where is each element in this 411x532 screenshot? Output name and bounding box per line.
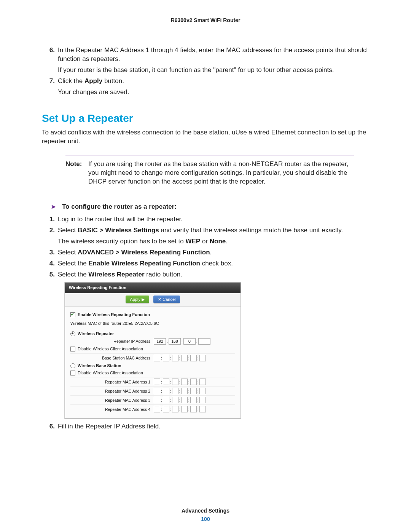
text-post: .	[210, 249, 212, 256]
mac-field[interactable]	[190, 397, 197, 403]
footer-chapter: Advanced Settings	[0, 508, 411, 514]
colon-icon: :	[179, 388, 180, 394]
step-text: Select the Enable Wireless Repeating Fun…	[58, 259, 369, 268]
prior-step-7: 7. Click the Apply button.	[42, 77, 369, 86]
enable-repeating-label: Enable Wireless Repeating Function	[78, 312, 150, 318]
enable-repeating-checkbox[interactable]	[70, 312, 75, 317]
step-number: 7.	[42, 77, 58, 86]
colon-icon: :	[188, 407, 190, 412]
colon-icon: :	[188, 355, 190, 361]
wireless-base-label: Wireless Base Station	[78, 363, 121, 369]
wep-word: WEP	[185, 238, 200, 245]
ip-octet-4[interactable]	[198, 338, 210, 345]
wireless-repeater-label: Wireless Repeater	[78, 331, 114, 337]
colon-icon: :	[179, 407, 180, 412]
prior-step-6-sub: If your router is the base station, it c…	[58, 66, 369, 75]
procedure-heading-text: To configure the router as a repeater:	[62, 203, 177, 211]
colon-icon: :	[179, 379, 180, 385]
prior-step-6: 6. In the Repeater MAC Address 1 through…	[42, 46, 369, 64]
dot-icon: .	[196, 339, 198, 344]
wireless-base-radio[interactable]	[70, 363, 75, 368]
wireless-repeater-row: Wireless Repeater	[70, 331, 235, 337]
disable-client-assoc-label-2: Disable Wireless Client Association	[78, 370, 143, 376]
mac-field[interactable]	[181, 397, 188, 403]
disable-client-assoc-label: Disable Wireless Client Association	[78, 346, 143, 352]
step-5: 5. Select the Wireless Repeater radio bu…	[42, 270, 369, 279]
ip-octet-2[interactable]: 168	[169, 338, 181, 345]
panel-body: Enable Wireless Repeating Function Wirel…	[65, 307, 241, 418]
section-title: Set Up a Repeater	[42, 111, 369, 126]
panel-titlebar: Wireless Repeating Function	[65, 283, 241, 293]
step-text: Fill in the Repeater IP Address field.	[58, 422, 369, 431]
disable-client-assoc-checkbox[interactable]	[70, 347, 75, 351]
mac-field[interactable]	[190, 355, 197, 361]
disable-client-assoc-row-2: Disable Wireless Client Association	[70, 370, 235, 376]
apply-button[interactable]: Apply ▶	[126, 296, 150, 304]
repeater-ip-row: Repeater IP Address 192. 168. 0.	[70, 338, 235, 345]
wireless-repeater-radio[interactable]	[70, 331, 75, 336]
screenshot-panel: Wireless Repeating Function Apply ▶ ✕ Ca…	[65, 282, 241, 419]
mac-field[interactable]	[199, 388, 206, 394]
mac-field[interactable]	[172, 388, 178, 394]
colon-icon: :	[161, 379, 162, 385]
note-label: Note:	[65, 160, 88, 186]
mac-field[interactable]	[199, 355, 206, 361]
mac-field[interactable]	[181, 406, 188, 412]
colon-icon: :	[188, 398, 190, 403]
repeater-mac-3-row: Repeater MAC Address 3 : : : : :	[70, 395, 235, 403]
mac-field[interactable]	[154, 397, 160, 403]
mac-field[interactable]	[199, 406, 206, 412]
disable-client-assoc-checkbox-2[interactable]	[70, 371, 75, 375]
repeater-mac-3-label: Repeater MAC Address 3	[70, 398, 153, 403]
mac-field[interactable]	[163, 355, 169, 361]
disable-client-assoc-row-1: Disable Wireless Client Association	[70, 346, 235, 352]
mac-field[interactable]	[199, 379, 206, 385]
mac-field[interactable]	[154, 388, 160, 394]
colon-icon: :	[161, 398, 162, 403]
step-text: Log in to the router that will be the re…	[58, 215, 369, 224]
step-3: 3. Select ADVANCED > Wireless Repeating …	[42, 248, 369, 257]
mac-field[interactable]	[154, 355, 160, 361]
mac-field[interactable]	[190, 406, 197, 412]
mac-field[interactable]	[181, 388, 188, 394]
mac-field[interactable]	[172, 379, 178, 385]
mac-field[interactable]	[199, 397, 206, 403]
mac-field[interactable]	[163, 397, 169, 403]
footer-rule	[42, 499, 369, 499]
mac-field[interactable]	[190, 379, 197, 385]
mac-field[interactable]	[172, 397, 178, 403]
prior-step-7-sub: Your changes are saved.	[58, 88, 369, 97]
menu-path: ADVANCED > Wireless Repeating Function	[78, 249, 210, 256]
colon-icon: :	[198, 379, 199, 385]
step-number: 3.	[42, 248, 58, 257]
mac-field[interactable]	[172, 355, 178, 361]
repeater-ip-label: Repeater IP Address	[70, 339, 153, 344]
mac-field[interactable]	[163, 388, 169, 394]
mac-field[interactable]	[181, 355, 188, 361]
text-pre: Click the	[58, 77, 84, 85]
mac-field[interactable]	[190, 388, 197, 394]
mac-field[interactable]	[172, 406, 178, 412]
step-number: 6.	[42, 46, 58, 64]
step-2-sub: The wireless security option has to be s…	[58, 237, 369, 246]
mac-field[interactable]	[154, 379, 160, 385]
text-post: check box.	[200, 260, 233, 267]
step-4: 4. Select the Enable Wireless Repeating …	[42, 259, 369, 268]
colon-icon: :	[170, 398, 171, 403]
note-bottom-rule	[65, 191, 354, 191]
ip-octet-3[interactable]: 0	[183, 338, 196, 345]
colon-icon: :	[161, 407, 162, 412]
colon-icon: :	[161, 355, 162, 361]
colon-icon: :	[170, 355, 171, 361]
text-pre: Select	[58, 227, 78, 234]
mac-field[interactable]	[163, 406, 169, 412]
step-number: 5.	[42, 270, 58, 279]
cancel-button[interactable]: ✕ Cancel	[153, 296, 180, 304]
mac-field[interactable]	[181, 379, 188, 385]
step-text: Click the Apply button.	[58, 77, 369, 86]
repeater-mac-2-label: Repeater MAC Address 2	[70, 388, 153, 394]
mac-field[interactable]	[163, 379, 169, 385]
ip-octet-1[interactable]: 192	[154, 338, 166, 345]
mac-field[interactable]	[154, 406, 160, 412]
text-pre: Select the	[58, 271, 88, 278]
